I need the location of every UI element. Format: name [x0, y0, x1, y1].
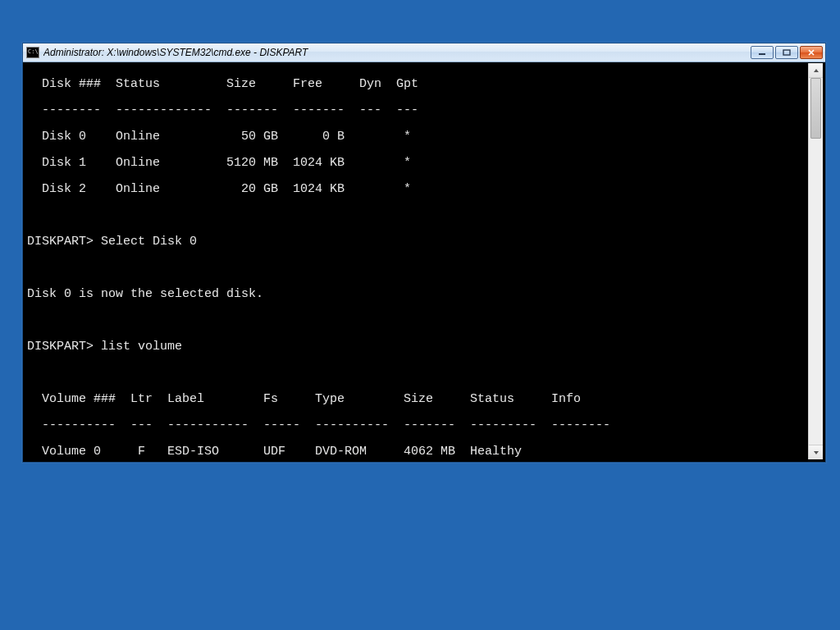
blank-line [27, 262, 805, 275]
volume-header: Volume ### Ltr Label Fs Type Size Status… [27, 393, 805, 406]
blank-line [27, 367, 805, 380]
cmd-window: Administrator: X:\windows\SYSTEM32\cmd.e… [22, 43, 826, 463]
disk-row: Disk 0 Online 50 GB 0 B * [27, 130, 805, 144]
svg-marker-4 [814, 69, 819, 72]
prompt-command: Select Disk 0 [101, 235, 197, 249]
close-icon [807, 49, 815, 56]
disk-divider: -------- ------------- ------- ------- -… [27, 104, 805, 117]
svg-rect-0 [759, 53, 765, 55]
scroll-up-button[interactable] [809, 63, 823, 78]
scroll-down-button[interactable] [809, 445, 823, 459]
maximize-icon [783, 49, 791, 56]
svg-marker-5 [814, 451, 819, 454]
scrollbar-thumb[interactable] [810, 78, 821, 139]
window-controls [751, 46, 823, 59]
cmd-icon [26, 47, 39, 58]
prompt-line: DISKPART> list volume [27, 340, 805, 354]
volume-divider: ---------- --- ----------- ----- -------… [27, 419, 805, 432]
vertical-scrollbar[interactable] [808, 63, 823, 459]
close-button[interactable] [800, 46, 823, 59]
blank-line [27, 209, 805, 222]
svg-rect-1 [783, 50, 790, 55]
disk-row: Disk 1 Online 5120 MB 1024 KB * [27, 157, 805, 170]
minimize-button[interactable] [751, 46, 774, 59]
result-line: Disk 0 is now the selected disk. [27, 288, 805, 301]
blank-line [27, 314, 805, 327]
disk-row: Disk 2 Online 20 GB 1024 KB * [27, 183, 805, 196]
minimize-icon [758, 49, 766, 56]
client-area: Disk ### Status Size Free Dyn Gpt ------… [25, 63, 823, 459]
prompt-prefix: DISKPART> [27, 340, 101, 354]
chevron-down-icon [813, 450, 819, 455]
chevron-up-icon [813, 68, 819, 73]
prompt-command: list volume [101, 340, 182, 354]
maximize-button[interactable] [775, 46, 798, 59]
titlebar[interactable]: Administrator: X:\windows\SYSTEM32\cmd.e… [23, 43, 825, 62]
prompt-prefix: DISKPART> [27, 235, 101, 249]
window-title: Administrator: X:\windows\SYSTEM32\cmd.e… [43, 47, 751, 58]
terminal-output[interactable]: Disk ### Status Size Free Dyn Gpt ------… [25, 63, 808, 459]
disk-header: Disk ### Status Size Free Dyn Gpt [27, 78, 805, 91]
volume-row: Volume 0 F ESD-ISO UDF DVD-ROM 4062 MB H… [27, 445, 805, 459]
prompt-line: DISKPART> Select Disk 0 [27, 235, 805, 249]
